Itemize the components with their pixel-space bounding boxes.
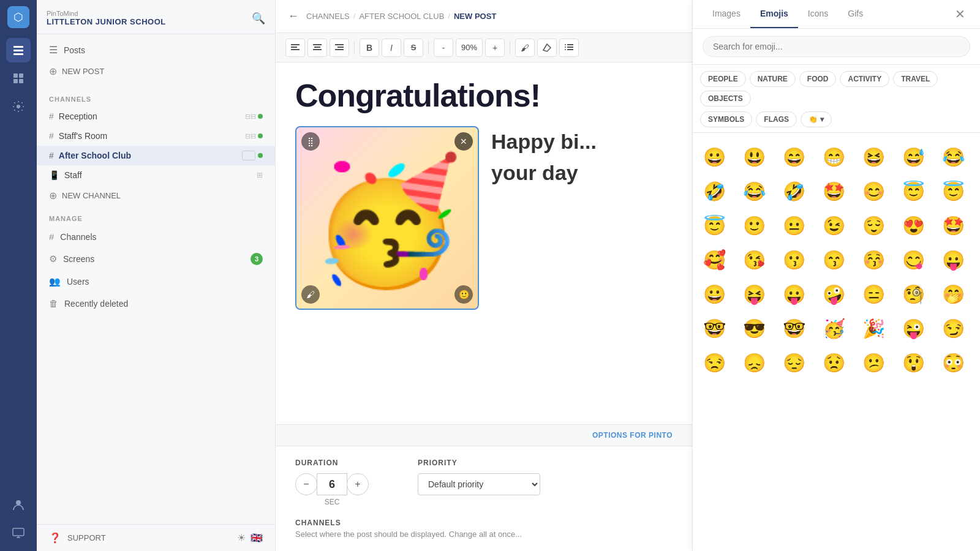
media-block[interactable]: 🥳 ⣿ ✕ 🖌 🙂 bbox=[295, 126, 479, 310]
emoji-13[interactable]: 😇 bbox=[897, 174, 930, 208]
emoji-11[interactable]: 🤩 bbox=[817, 174, 850, 208]
breadcrumb-new-post[interactable]: NEW POST bbox=[454, 12, 496, 21]
emoji-6[interactable]: 😅 bbox=[897, 140, 930, 173]
emoji-32[interactable]: 🤪 bbox=[817, 277, 850, 310]
cat-nature-button[interactable]: NATURE bbox=[750, 71, 796, 87]
cat-flags-button[interactable]: FLAGS bbox=[756, 111, 797, 127]
emoji-22[interactable]: 🥰 bbox=[698, 243, 731, 276]
align-right-button[interactable] bbox=[330, 39, 349, 57]
back-button[interactable]: ← bbox=[288, 10, 299, 23]
emoji-5[interactable]: 😆 bbox=[857, 140, 890, 173]
cat-activity-button[interactable]: ACTIVITY bbox=[840, 71, 889, 87]
emoji-23[interactable]: 😘 bbox=[737, 243, 771, 276]
sidebar-item-channels[interactable]: # Channels bbox=[37, 226, 275, 247]
emoji-search-input[interactable] bbox=[703, 36, 970, 57]
new-post-button[interactable]: ⊕ NEW POST bbox=[37, 61, 275, 82]
flag-icon[interactable]: 🇬🇧 bbox=[251, 532, 263, 544]
media-edit-button[interactable]: 🖌 bbox=[301, 285, 320, 304]
sidebar-nav-posts[interactable]: ☰ Posts bbox=[37, 39, 275, 61]
search-icon[interactable]: 🔍 bbox=[252, 12, 265, 25]
emoji-25[interactable]: 😙 bbox=[817, 243, 850, 276]
emoji-28[interactable]: 😛 bbox=[937, 243, 970, 276]
emoji-20[interactable]: 😍 bbox=[897, 209, 930, 242]
emoji-41[interactable]: 😜 bbox=[897, 312, 930, 345]
emoji-14[interactable]: 😇 bbox=[937, 174, 970, 208]
emoji-19[interactable]: 😌 bbox=[857, 209, 890, 242]
emoji-26[interactable]: 😚 bbox=[857, 243, 890, 276]
emoji-34[interactable]: 🧐 bbox=[897, 277, 930, 310]
emoji-2[interactable]: 😃 bbox=[737, 140, 771, 173]
cat-travel-button[interactable]: TRAVEL bbox=[893, 71, 938, 87]
emoji-36[interactable]: 🤓 bbox=[698, 312, 731, 345]
icon-bar-library[interactable] bbox=[6, 66, 31, 91]
skin-tone-selector[interactable]: 👏 ▾ bbox=[801, 111, 832, 127]
icon-bar-settings[interactable] bbox=[6, 94, 31, 119]
emoji-46[interactable]: 😟 bbox=[817, 346, 850, 379]
tab-images[interactable]: Images bbox=[703, 0, 750, 28]
options-button[interactable]: OPTIONS FOR PINTO bbox=[592, 431, 673, 440]
post-text-area[interactable]: Happy bi...your day bbox=[491, 126, 673, 189]
emoji-15[interactable]: 😇 bbox=[698, 209, 731, 242]
icon-bar-profile[interactable] bbox=[6, 492, 31, 517]
emoji-39[interactable]: 🥳 bbox=[817, 312, 850, 345]
emoji-40[interactable]: 🎉 bbox=[857, 312, 890, 345]
breadcrumb-after-school[interactable]: AFTER SCHOOL CLUB bbox=[359, 12, 444, 21]
media-close-button[interactable]: ✕ bbox=[454, 132, 473, 151]
tab-icons[interactable]: Icons bbox=[798, 0, 838, 28]
icon-bar-display[interactable] bbox=[6, 520, 31, 545]
sidebar-item-recently-deleted[interactable]: 🗑 Recently deleted bbox=[37, 293, 275, 314]
tab-emojis[interactable]: Emojis bbox=[750, 0, 798, 28]
emoji-29[interactable]: 😀 bbox=[698, 277, 731, 310]
italic-button[interactable]: I bbox=[382, 39, 401, 57]
zoom-minus-button[interactable]: - bbox=[434, 39, 453, 57]
emoji-16[interactable]: 🙂 bbox=[737, 209, 771, 242]
tab-gifs[interactable]: Gifs bbox=[838, 0, 873, 28]
emoji-35[interactable]: 🤭 bbox=[937, 277, 970, 310]
emoji-7[interactable]: 😂 bbox=[937, 140, 970, 173]
emoji-4[interactable]: 😁 bbox=[817, 140, 850, 173]
emoji-18[interactable]: 😉 bbox=[817, 209, 850, 242]
duration-decrease-button[interactable]: − bbox=[295, 473, 317, 495]
emoji-27[interactable]: 😋 bbox=[897, 243, 930, 276]
cat-food-button[interactable]: FOOD bbox=[799, 71, 837, 87]
emoji-8[interactable]: 🤣 bbox=[698, 174, 731, 208]
emoji-panel-close-button[interactable]: ✕ bbox=[950, 2, 970, 26]
bold-button[interactable]: B bbox=[360, 39, 379, 57]
align-center-button[interactable] bbox=[307, 39, 327, 57]
emoji-43[interactable]: 😒 bbox=[698, 346, 731, 379]
sidebar-item-staffs-room[interactable]: # Staff's Room ⊟⊟ bbox=[37, 126, 275, 146]
brightness-icon[interactable]: ☀ bbox=[237, 532, 246, 544]
sidebar-item-users[interactable]: 👥 Users bbox=[37, 271, 275, 293]
emoji-48[interactable]: 😲 bbox=[897, 346, 930, 379]
cat-symbols-button[interactable]: SYMBOLS bbox=[700, 111, 752, 127]
sidebar-item-after-school-club[interactable]: # After School Club bbox=[37, 146, 275, 165]
emoji-47[interactable]: 😕 bbox=[857, 346, 890, 379]
duration-increase-button[interactable]: + bbox=[347, 473, 369, 495]
cat-people-button[interactable]: PEOPLE bbox=[700, 71, 746, 87]
list-button[interactable] bbox=[559, 39, 579, 57]
cat-objects-button[interactable]: OBJECTS bbox=[700, 91, 751, 107]
emoji-31[interactable]: 😛 bbox=[777, 277, 810, 310]
priority-select[interactable]: Default priority bbox=[418, 473, 540, 495]
zoom-plus-button[interactable]: + bbox=[485, 39, 505, 57]
new-channel-button[interactable]: ⊕ NEW CHANNEL bbox=[37, 185, 275, 206]
emoji-38[interactable]: 🤓 bbox=[777, 312, 810, 345]
icon-bar-posts[interactable] bbox=[6, 38, 31, 62]
emoji-9[interactable]: 😂 bbox=[737, 174, 771, 208]
emoji-3[interactable]: 😄 bbox=[777, 140, 810, 173]
paint-button[interactable]: 🖌 bbox=[515, 39, 535, 57]
sidebar-item-reception[interactable]: # Reception ⊟⊟ bbox=[37, 107, 275, 126]
emoji-30[interactable]: 😝 bbox=[737, 277, 771, 310]
emoji-42[interactable]: 😏 bbox=[937, 312, 970, 345]
emoji-12[interactable]: 😊 bbox=[857, 174, 890, 208]
emoji-grid-container[interactable]: 😀 😃 😄 😁 😆 😅 😂 🤣 😂 🤣 🤩 😊 😇 😇 😇 🙂 😐 😉 😌 😍 … bbox=[693, 133, 980, 551]
emoji-33[interactable]: 😑 bbox=[857, 277, 890, 310]
emoji-10[interactable]: 🤣 bbox=[777, 174, 810, 208]
emoji-1[interactable]: 😀 bbox=[698, 140, 731, 173]
sidebar-item-staff[interactable]: 📱 Staff ⊞ bbox=[37, 165, 275, 185]
emoji-37[interactable]: 😎 bbox=[737, 312, 771, 345]
media-emoji-button[interactable]: 🙂 bbox=[454, 285, 473, 304]
breadcrumb-channels[interactable]: CHANNELS bbox=[306, 12, 350, 21]
emoji-17[interactable]: 😐 bbox=[777, 209, 810, 242]
post-title[interactable]: Congratulations! bbox=[295, 77, 673, 114]
